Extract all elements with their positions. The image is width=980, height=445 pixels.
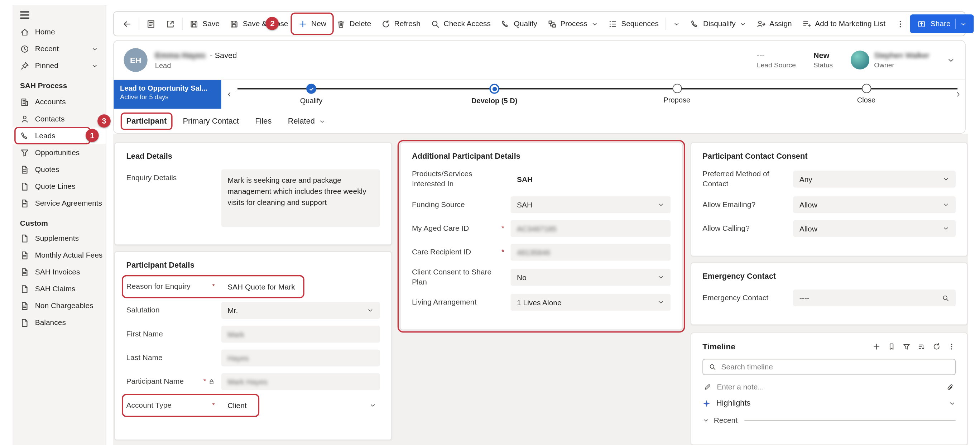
share-button[interactable]: Share: [910, 14, 974, 33]
sidebar-item-monthly-actual-fees[interactable]: Monthly Actual Fees: [13, 247, 106, 263]
tab-primary-contact[interactable]: Primary Contact: [183, 108, 239, 134]
timeline-highlights-row[interactable]: Highlights: [702, 399, 956, 407]
timeline-recent-row[interactable]: Recent: [702, 416, 956, 424]
allow-calling-dropdown[interactable]: Allow: [793, 220, 956, 237]
sidebar-item-opportunities[interactable]: Opportunities: [13, 144, 106, 161]
sidebar-item-pinned[interactable]: Pinned: [13, 58, 106, 74]
lead-source-field[interactable]: --- Lead Source: [757, 51, 796, 69]
new-button[interactable]: New: [293, 14, 331, 33]
tab-participant[interactable]: Participant: [126, 108, 167, 134]
sidebar-item-home[interactable]: Home: [13, 24, 106, 40]
account-type-dropdown[interactable]: Client: [221, 397, 380, 414]
sidebar-item-contacts[interactable]: Contacts: [13, 111, 106, 127]
assign-button[interactable]: Assign: [751, 14, 797, 33]
save-button[interactable]: Save: [185, 14, 224, 33]
living-arrangement-dropdown[interactable]: 1 Lives Alone: [511, 294, 671, 311]
hamburger-icon[interactable]: [20, 11, 29, 19]
timeline-search-input[interactable]: [721, 363, 950, 371]
allow-emailing-dropdown[interactable]: Allow: [793, 196, 956, 213]
sidebar-item-accounts[interactable]: Accounts: [13, 94, 106, 110]
products-services-value[interactable]: SAH: [511, 175, 533, 183]
chevron-down-icon: [658, 299, 665, 306]
sidebar-item-leads[interactable]: Leads: [13, 128, 106, 144]
back-button[interactable]: [118, 14, 137, 33]
paperclip-icon[interactable]: [946, 383, 955, 391]
sidebar-item-sah-invoices[interactable]: SAH Invoices: [13, 264, 106, 280]
stage-close[interactable]: Close: [813, 84, 920, 104]
stage-propose[interactable]: Propose: [624, 84, 730, 104]
tab-files[interactable]: Files: [255, 108, 272, 134]
sidebar-item-recent[interactable]: Recent: [13, 40, 106, 57]
timeline-title: Timeline: [702, 342, 735, 351]
enquiry-details-input[interactable]: Mark is seeking care and package managem…: [221, 169, 380, 227]
preferred-method-dropdown[interactable]: Any: [793, 171, 956, 188]
sequences-button[interactable]: Sequences: [603, 14, 664, 33]
popout-button[interactable]: [161, 14, 180, 33]
first-name-input[interactable]: Mark: [221, 326, 380, 343]
my-aged-care-id-input[interactable]: AC3487185: [511, 220, 671, 237]
record-name: Emma Hayes: [155, 51, 205, 60]
process-menu-button[interactable]: Process: [542, 14, 603, 33]
share-icon: [916, 19, 926, 28]
add-to-marketing-list-button[interactable]: Add to Marketing List: [797, 14, 891, 33]
sidebar-item-service-agreements[interactable]: Service Agreements: [13, 195, 106, 211]
chevron-down-icon[interactable]: [949, 400, 956, 407]
divider: [138, 18, 139, 30]
sidebar-item-balances[interactable]: Balances: [13, 314, 106, 331]
more-icon[interactable]: [947, 343, 956, 351]
refresh-icon[interactable]: [932, 343, 940, 351]
delete-button[interactable]: Delete: [331, 14, 376, 33]
field-participant-name: Participant Name * Mark Hayes: [126, 373, 380, 390]
sequences-dropdown-chevron[interactable]: [668, 14, 685, 33]
card-participant-contact-consent: Participant Contact Consent Preferred Me…: [690, 143, 967, 257]
filter-icon[interactable]: [903, 343, 911, 351]
divider: [744, 420, 956, 421]
form-selector-button[interactable]: [141, 14, 161, 33]
note-input[interactable]: [717, 383, 940, 391]
sidebar-item-label: Contacts: [35, 114, 65, 123]
sidebar-item-quotes[interactable]: Quotes: [13, 161, 106, 177]
client-consent-dropdown[interactable]: No: [511, 269, 671, 286]
check-access-button[interactable]: Check Access: [426, 14, 496, 33]
field-last-name: Last Name Hayes: [126, 349, 380, 366]
tab-related[interactable]: Related: [288, 108, 326, 134]
card-title: Emergency Contact: [702, 272, 956, 281]
process-scroll-left[interactable]: [223, 80, 236, 108]
save-and-close-button[interactable]: Save & Close 2: [224, 14, 293, 33]
funding-source-dropdown[interactable]: SAH: [511, 196, 671, 213]
status-badge: New: [813, 51, 833, 60]
participant-name-input[interactable]: Mark Hayes: [221, 373, 380, 390]
care-recipient-id-input[interactable]: 48135846: [511, 244, 671, 261]
emergency-contact-lookup[interactable]: ----: [793, 290, 956, 306]
collapse-header-chevron[interactable]: [947, 56, 955, 64]
disqualify-menu-button[interactable]: Disqualify: [685, 14, 751, 33]
sidebar-item-quote-lines[interactable]: Quote Lines: [13, 178, 106, 194]
stage-develop[interactable]: Develop (5 D): [441, 84, 548, 105]
last-name-input[interactable]: Hayes: [221, 349, 380, 366]
more-commands-button[interactable]: [891, 14, 910, 33]
reason-for-enquiry-input[interactable]: SAH Quote for Mark: [221, 278, 380, 295]
bookmark-icon[interactable]: [888, 343, 896, 351]
sidebar-item-label: Opportunities: [35, 148, 80, 157]
field-allow-emailing: Allow Emailing? Allow: [702, 196, 956, 213]
record-card: EH Emma Hayes - Saved Lead --- Lead Sour…: [113, 40, 966, 134]
process-name-chip[interactable]: Lead to Opportunity Sal... Active for 5 …: [114, 80, 221, 108]
salutation-dropdown[interactable]: Mr.: [221, 302, 380, 319]
owner-field[interactable]: Stephen Walker Owner: [850, 51, 929, 69]
sidebar-item-sah-claims[interactable]: SAH Claims: [13, 281, 106, 297]
qualify-button[interactable]: Qualify: [496, 14, 542, 33]
magnifier-icon[interactable]: [942, 294, 950, 302]
status-field[interactable]: New Status: [813, 51, 833, 69]
sort-icon[interactable]: [918, 343, 926, 351]
chevron-down-icon[interactable]: [369, 402, 376, 409]
timeline-search[interactable]: [702, 359, 956, 375]
list-add-icon: [802, 19, 811, 28]
sidebar-item-non-chargeables[interactable]: Non Chargeables: [13, 298, 106, 314]
card-lead-details: Lead Details Enquiry Details Mark is see…: [114, 143, 392, 245]
process-scroll-right[interactable]: [951, 80, 965, 108]
refresh-button[interactable]: Refresh: [376, 14, 426, 33]
add-icon[interactable]: [873, 343, 881, 351]
process-icon: [547, 19, 557, 28]
sidebar-item-supplements[interactable]: Supplements: [13, 230, 106, 246]
stage-qualify[interactable]: Qualify: [258, 84, 364, 105]
